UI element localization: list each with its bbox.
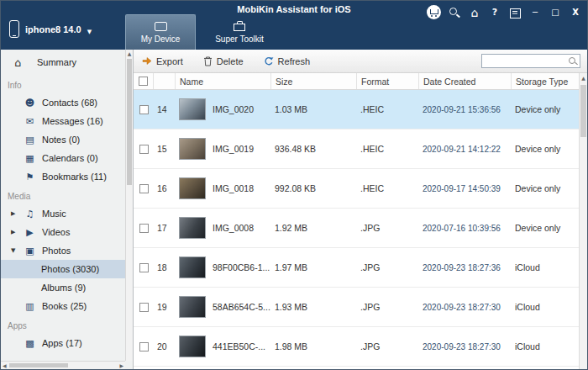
table-row[interactable]: 16IMG_0018992.08 KB.HEIC2020-09-17 14:50… (134, 169, 579, 209)
close-icon[interactable] (569, 6, 582, 19)
photo-thumbnail-cell (176, 336, 206, 357)
photos-icon (24, 246, 35, 256)
table-row[interactable]: 20441EB50C-...1.98 MB.JPG2020-09-23 18:2… (134, 327, 579, 367)
sidebar-item-label: Albums (9) (41, 283, 86, 293)
row-checkbox[interactable] (139, 105, 149, 114)
scrollbar-thumb[interactable] (9, 363, 68, 367)
row-checkbox-cell (134, 145, 154, 154)
sidebar-item-bookmarks-11[interactable]: Bookmarks (11) (1, 167, 125, 186)
photo-size: 936.48 KB (271, 144, 357, 154)
search-icon[interactable] (566, 55, 580, 67)
photo-thumbnail[interactable] (179, 336, 206, 357)
row-checkbox[interactable] (139, 303, 149, 312)
scroll-left-arrow-icon[interactable] (3, 363, 7, 368)
collapse-arrow-icon[interactable]: ▼ (11, 247, 15, 254)
photo-format: .HEIC (357, 104, 419, 114)
column-header-format[interactable]: Format (357, 73, 419, 89)
photo-name: 441EB50C-... (206, 341, 271, 352)
expand-arrow-icon[interactable]: ▶ (11, 210, 15, 217)
photo-size: 1.98 MB (271, 341, 357, 352)
sidebar-item-videos[interactable]: ▶Videos (1, 223, 125, 241)
table-row[interactable]: 14IMG_00201.03 MB.HEIC2020-09-21 15:36:5… (134, 90, 579, 130)
header-checkbox-cell (134, 73, 154, 89)
row-checkbox[interactable] (139, 263, 149, 272)
scrollbar-thumb[interactable] (580, 85, 586, 137)
feedback-icon[interactable] (508, 6, 522, 19)
row-checkbox[interactable] (139, 145, 149, 154)
column-header-name[interactable]: Name (176, 73, 271, 89)
sidebar-sections: InfoContacts (68)Messages (16)Notes (0)C… (1, 75, 125, 352)
chevron-down-icon[interactable] (87, 22, 92, 37)
sidebar-item-contacts-68[interactable]: Contacts (68) (1, 93, 125, 112)
row-checkbox[interactable] (139, 342, 149, 352)
row-checkbox-cell (134, 224, 154, 233)
sidebar-vertical-scrollbar[interactable] (125, 50, 133, 361)
table-row[interactable]: 17IMG_00081.92 MB.JPG2020-07-16 10:39:56… (134, 209, 579, 248)
maximize-icon[interactable] (549, 6, 562, 19)
photo-storage-type: iCloud (512, 341, 579, 352)
scrollbar-thumb[interactable] (127, 59, 132, 185)
photo-thumbnail[interactable] (179, 177, 206, 199)
table-row[interactable]: 15IMG_0019936.48 KB.HEIC2020-09-21 14:12… (134, 130, 579, 169)
sidebar-item-messages-16[interactable]: Messages (16) (1, 112, 125, 130)
photo-thumbnail-cell (176, 98, 206, 120)
photo-thumbnail-cell (176, 256, 206, 278)
help-icon[interactable] (488, 6, 501, 19)
sidebar-item-books-25[interactable]: Books (25) (1, 297, 125, 315)
photo-format: .HEIC (357, 144, 419, 154)
sidebar-item-photos[interactable]: ▼Photos (1, 241, 125, 260)
device-selector[interactable]: iphone8 14.0 (9, 20, 92, 38)
music-icon (24, 209, 35, 219)
row-checkbox-cell (134, 263, 154, 272)
scroll-up-arrow-icon[interactable] (126, 51, 133, 56)
sidebar-item-albums-9[interactable]: Albums (9) (1, 278, 125, 297)
photo-thumbnail[interactable] (179, 217, 206, 239)
sidebar-item-label: Bookmarks (11) (42, 172, 107, 182)
row-checkbox[interactable] (139, 224, 149, 233)
photo-date-created: 2020-09-23 18:27:30 (419, 342, 512, 352)
refresh-button[interactable]: Refresh (264, 56, 311, 66)
table-body: 14IMG_00201.03 MB.HEIC2020-09-21 15:36:5… (134, 90, 579, 367)
sidebar-item-notes-0[interactable]: Notes (0) (1, 130, 125, 149)
messages-icon (24, 116, 35, 127)
sidebar-item-summary[interactable]: Summary (1, 50, 125, 75)
minimize-icon[interactable] (528, 6, 542, 19)
row-checkbox-cell (134, 184, 154, 193)
sidebar-item-calendars-0[interactable]: Calendars (0) (1, 149, 125, 167)
select-all-checkbox[interactable] (139, 77, 148, 86)
delete-button[interactable]: Delete (203, 56, 244, 66)
titlebar-icons (420, 5, 582, 19)
sidebar-horizontal-scrollbar[interactable] (1, 361, 125, 369)
tab-my-device[interactable]: My Device (125, 14, 196, 50)
column-header-size[interactable]: Size (271, 73, 357, 89)
column-header-date[interactable]: Date Created (419, 73, 512, 89)
sidebar-item-apps-17[interactable]: Apps (17) (1, 334, 125, 352)
photo-format: .JPG (357, 341, 419, 352)
column-header-index[interactable] (154, 73, 176, 89)
home-icon[interactable] (468, 6, 481, 19)
expand-arrow-icon[interactable]: ▶ (11, 229, 15, 235)
sidebar-item-music[interactable]: ▶Music (1, 204, 125, 223)
photo-thumbnail[interactable] (179, 138, 206, 160)
photo-thumbnail[interactable] (179, 98, 206, 120)
search-input[interactable] (482, 55, 566, 67)
column-header-storage[interactable]: Storage Type (512, 73, 579, 89)
search-icon[interactable] (448, 6, 461, 19)
table-vertical-scrollbar[interactable] (579, 73, 587, 369)
sidebar-item-photos-3030[interactable]: Photos (3030) (1, 260, 125, 278)
table-row[interactable]: 1958AB654C-5...1.93 MB.JPG2020-09-23 18:… (134, 288, 579, 327)
cart-icon[interactable] (427, 5, 441, 19)
delete-button-label: Delete (217, 56, 244, 66)
photo-thumbnail[interactable] (179, 256, 206, 278)
row-checkbox-cell (134, 105, 154, 114)
photo-size: 1.93 MB (271, 302, 357, 312)
export-button[interactable]: Export (142, 56, 183, 66)
table-row[interactable]: 1898F00CB6-1...1.97 MB.JPG2020-09-23 18:… (134, 248, 579, 288)
row-checkbox[interactable] (139, 184, 149, 193)
photo-thumbnail[interactable] (179, 296, 206, 318)
row-number: 20 (154, 341, 176, 352)
home-icon (13, 56, 24, 69)
tab-super-toolkit[interactable]: Super Toolkit (201, 14, 278, 50)
scroll-right-arrow-icon[interactable] (119, 363, 123, 368)
scroll-up-arrow-icon[interactable] (580, 76, 587, 81)
